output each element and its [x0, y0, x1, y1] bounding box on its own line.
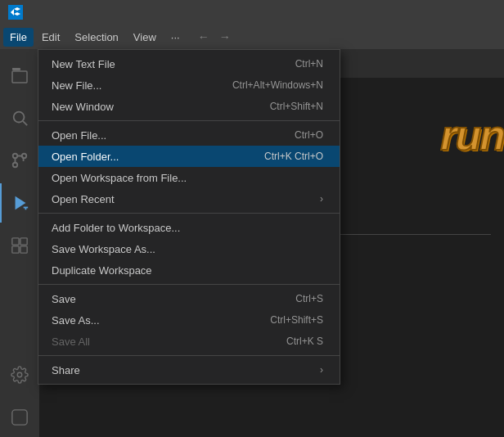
- run-icon: [11, 194, 29, 212]
- svg-rect-16: [12, 410, 27, 425]
- separator-1: [38, 120, 340, 121]
- explorer-icon: [10, 65, 29, 85]
- menu-item-new-window[interactable]: New Window Ctrl+Shift+N: [38, 96, 340, 117]
- menu-item-share[interactable]: Share ›: [38, 359, 340, 381]
- activity-explorer[interactable]: [0, 56, 39, 95]
- menu-item-add-folder[interactable]: Add Folder to Workspace...: [38, 217, 340, 238]
- menu-item-save-all: Save All Ctrl+K S: [38, 331, 340, 352]
- activity-extensions[interactable]: [0, 226, 39, 265]
- vscode-logo-icon: [8, 5, 23, 20]
- svg-point-3: [14, 112, 25, 123]
- svg-rect-13: [12, 246, 19, 253]
- activity-bar: [0, 49, 39, 437]
- activity-account[interactable]: [0, 398, 39, 437]
- svg-point-15: [17, 372, 22, 377]
- menu-item-new-text-file[interactable]: New Text File Ctrl+N: [38, 53, 340, 74]
- menu-view[interactable]: View: [127, 28, 163, 47]
- svg-rect-11: [12, 238, 19, 245]
- menu-item-open-workspace[interactable]: Open Workspace from File...: [38, 167, 340, 188]
- svg-line-4: [23, 121, 27, 125]
- menu-item-open-recent[interactable]: Open Recent ›: [38, 188, 340, 209]
- menu-item-save-as[interactable]: Save As... Ctrl+Shift+S: [38, 309, 340, 331]
- menu-item-save[interactable]: Save Ctrl+S: [38, 288, 340, 309]
- menu-more[interactable]: ···: [164, 28, 187, 47]
- search-icon: [11, 109, 29, 127]
- separator-3: [38, 284, 340, 285]
- nav-forward-icon[interactable]: →: [216, 29, 234, 45]
- menu-item-open-file[interactable]: Open File... Ctrl+O: [38, 124, 340, 146]
- svg-point-7: [13, 163, 18, 168]
- menu-edit[interactable]: Edit: [35, 28, 66, 47]
- extensions-icon: [11, 237, 29, 255]
- title-bar: [0, 0, 504, 25]
- svg-rect-12: [20, 238, 27, 245]
- activity-source-control[interactable]: [0, 141, 39, 180]
- activity-search[interactable]: [0, 98, 39, 137]
- separator-4: [38, 355, 340, 356]
- menu-file[interactable]: File: [3, 28, 34, 47]
- run-logo: run: [440, 110, 504, 160]
- svg-rect-2: [12, 68, 20, 70]
- activity-run[interactable]: [0, 183, 39, 223]
- account-icon: [11, 408, 29, 426]
- nav-back-icon[interactable]: ←: [195, 29, 213, 45]
- source-control-icon: [11, 151, 29, 169]
- file-dropdown-menu: New Text File Ctrl+N New File... Ctrl+Al…: [38, 49, 340, 385]
- nav-arrows: ← →: [195, 29, 234, 45]
- svg-rect-14: [20, 246, 27, 253]
- svg-rect-1: [12, 71, 27, 83]
- svg-point-5: [13, 154, 18, 159]
- settings-icon: [11, 366, 29, 384]
- menu-item-new-file[interactable]: New File... Ctrl+Alt+Windows+N: [38, 74, 340, 96]
- activity-settings[interactable]: [0, 355, 39, 394]
- separator-2: [38, 213, 340, 214]
- menu-bar: File Edit Selection View ··· ← →: [0, 25, 504, 49]
- menu-item-save-workspace[interactable]: Save Workspace As...: [38, 238, 340, 259]
- menu-item-open-folder[interactable]: Open Folder... Ctrl+K Ctrl+O: [38, 146, 340, 167]
- menu-item-duplicate-workspace[interactable]: Duplicate Workspace: [38, 259, 340, 281]
- menu-selection[interactable]: Selection: [68, 28, 124, 47]
